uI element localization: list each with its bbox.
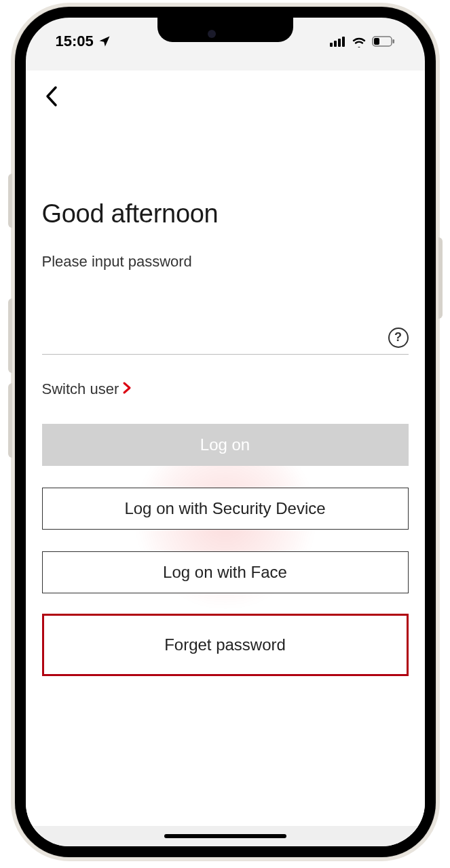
phone-device-frame: 15:05	[15, 7, 436, 857]
greeting-title: Good afternoon	[42, 199, 409, 229]
signal-icon	[330, 36, 346, 47]
status-time: 15:05	[56, 33, 94, 50]
app-surface: Good afternoon Please input password ? S…	[26, 71, 425, 826]
svg-rect-6	[374, 38, 379, 45]
svg-rect-5	[392, 39, 394, 43]
login-content: Good afternoon Please input password ? S…	[26, 125, 425, 676]
chevron-left-icon	[44, 85, 59, 110]
switch-user-label: Switch user	[42, 380, 119, 398]
battery-icon	[372, 36, 395, 47]
password-input[interactable]	[42, 325, 388, 354]
svg-rect-2	[338, 39, 341, 47]
chevron-right-icon	[121, 381, 132, 397]
home-indicator[interactable]	[164, 834, 286, 838]
password-prompt: Please input password	[42, 253, 409, 271]
button-stack: Log on Log on with Security Device Log o…	[42, 424, 409, 676]
notch	[157, 18, 293, 42]
app-header	[26, 71, 425, 125]
logon-face-button[interactable]: Log on with Face	[42, 551, 409, 593]
svg-rect-3	[342, 37, 345, 47]
password-row: ?	[42, 325, 409, 355]
location-arrow-icon	[98, 35, 111, 48]
svg-rect-0	[330, 43, 333, 47]
wifi-icon	[351, 35, 367, 47]
switch-user-link[interactable]: Switch user	[42, 380, 133, 398]
logon-button[interactable]: Log on	[42, 424, 409, 466]
question-mark-icon: ?	[394, 330, 402, 344]
status-left: 15:05	[56, 33, 111, 50]
front-camera	[208, 30, 216, 38]
status-right	[330, 35, 395, 47]
svg-rect-1	[334, 41, 337, 47]
header-band	[26, 56, 425, 71]
back-button[interactable]	[37, 83, 67, 113]
phone-screen: 15:05	[26, 18, 425, 846]
forget-password-button[interactable]: Forget password	[42, 614, 409, 676]
password-help-button[interactable]: ?	[388, 328, 409, 348]
logon-security-device-button[interactable]: Log on with Security Device	[42, 488, 409, 530]
